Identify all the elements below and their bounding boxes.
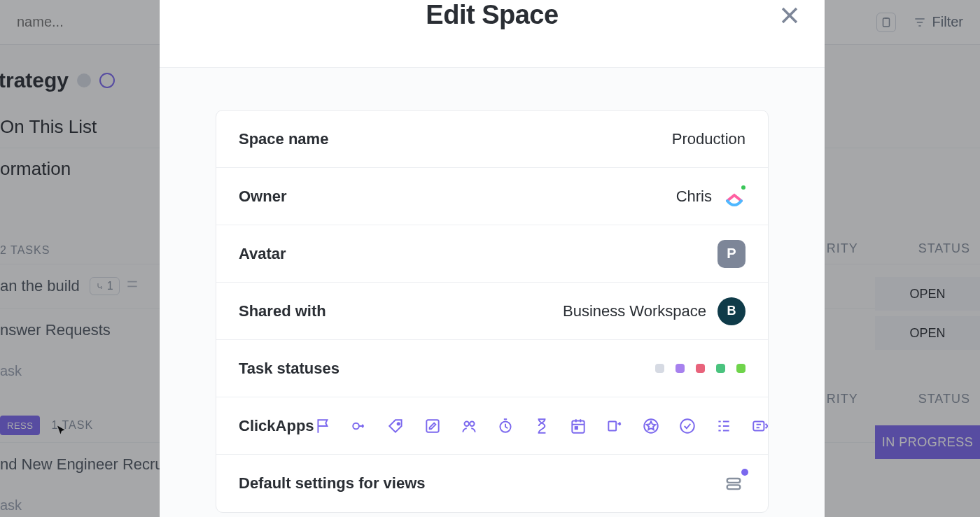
edit-icon <box>424 417 442 435</box>
space-avatar: P <box>718 240 746 268</box>
owner-avatar <box>723 185 746 208</box>
svg-point-1 <box>353 423 359 429</box>
sprint-points-icon <box>642 417 660 435</box>
status-dot <box>696 364 705 373</box>
status-dot <box>676 364 685 373</box>
row-label: Shared with <box>239 302 326 320</box>
status-dots <box>655 364 746 373</box>
calendar-icon <box>569 417 587 435</box>
row-label: Default settings for views <box>239 474 426 493</box>
space-name-row[interactable]: Space name Production <box>216 111 768 168</box>
assignees-icon <box>460 417 478 435</box>
svg-rect-3 <box>426 420 438 432</box>
status-dot <box>716 364 725 373</box>
svg-rect-12 <box>753 421 764 430</box>
list-view-icon <box>724 474 743 493</box>
svg-point-5 <box>470 421 475 426</box>
row-label: Space name <box>239 130 328 148</box>
custom-task-id-icon <box>751 417 769 435</box>
shared-with-row[interactable]: Shared with Business Workspace B <box>216 283 768 340</box>
row-label: Avatar <box>239 245 286 263</box>
tag-icon <box>387 417 405 435</box>
remap-icon <box>606 417 624 435</box>
time-tracking-icon <box>496 417 514 435</box>
presence-dot-icon <box>740 184 747 191</box>
modal-title: Edit Space <box>426 0 558 30</box>
edit-space-modal: Edit Space Space name Production Owner C… <box>160 0 825 517</box>
status-dot <box>736 364 746 373</box>
svg-point-4 <box>464 421 469 426</box>
svg-rect-13 <box>727 479 741 483</box>
row-label: Task statuses <box>239 360 340 378</box>
svg-rect-7 <box>572 420 584 432</box>
owner-row[interactable]: Owner Chris <box>216 168 768 225</box>
notification-dot-icon <box>741 469 748 476</box>
dependency-icon <box>351 417 369 435</box>
close-button[interactable] <box>774 0 805 31</box>
close-icon <box>778 3 802 27</box>
svg-rect-8 <box>575 427 577 429</box>
clickapps-row[interactable]: ClickApps <box>216 397 768 455</box>
time-estimate-icon <box>533 417 551 435</box>
row-value: Production <box>672 130 746 148</box>
shared-with-name: Business Workspace <box>563 302 706 320</box>
views-icon-wrap <box>722 472 746 495</box>
default-views-row[interactable]: Default settings for views <box>216 455 768 512</box>
row-label: ClickApps <box>239 417 314 435</box>
workspace-avatar: B <box>718 297 746 325</box>
owner-name: Chris <box>676 187 712 206</box>
flag-icon <box>314 417 332 435</box>
row-label: Owner <box>239 187 286 206</box>
svg-point-11 <box>680 419 694 433</box>
check-circle-icon <box>678 417 696 435</box>
clickapps-icons <box>314 417 769 435</box>
svg-point-2 <box>397 423 399 425</box>
status-dot <box>655 364 664 373</box>
list-icon <box>715 417 733 435</box>
task-statuses-row[interactable]: Task statuses <box>216 340 768 397</box>
modal-header: Edit Space <box>160 0 825 68</box>
modal-body: Space name Production Owner Chris <box>160 68 825 517</box>
svg-rect-9 <box>608 421 616 430</box>
svg-rect-14 <box>727 485 741 489</box>
settings-card: Space name Production Owner Chris <box>216 110 769 513</box>
avatar-row[interactable]: Avatar P <box>216 225 768 283</box>
